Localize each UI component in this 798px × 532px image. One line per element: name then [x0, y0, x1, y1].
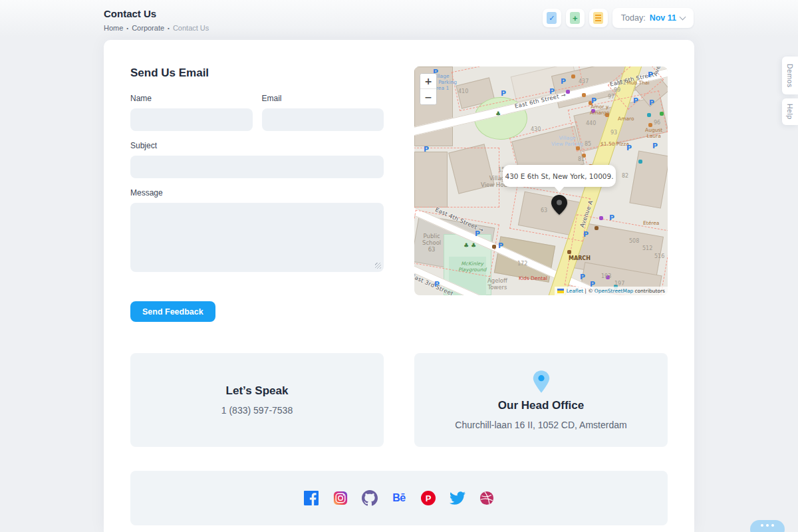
openstreetmap-link[interactable]: OpenStreetMap [595, 288, 634, 294]
today-label: Today: [621, 13, 646, 23]
office-title: Our Head Office [498, 399, 584, 412]
dribbble-icon[interactable] [479, 490, 495, 506]
map-label: 437 [579, 78, 589, 85]
map-building [629, 150, 668, 208]
map-label: 96 [654, 120, 660, 126]
map-label: Hub Thai [627, 80, 650, 86]
map-label: ♣ [495, 110, 501, 118]
date-selector[interactable]: Today: Nov 11 [612, 8, 694, 28]
map-label: 85 [585, 141, 591, 148]
social-links-card: Bē P [130, 471, 668, 525]
content-card: Send Us Email Name Email Subject Message [104, 40, 694, 532]
page-header: Contact Us Home • Corporate • Contact Us [104, 8, 209, 32]
map-label: P [648, 70, 653, 79]
map-pin-icon[interactable] [551, 195, 567, 215]
github-icon[interactable] [362, 490, 378, 506]
poi-dot-icon [595, 226, 598, 230]
instagram-icon[interactable] [332, 490, 348, 506]
notes-document-button[interactable] [589, 9, 608, 27]
poi-dot-icon [567, 250, 571, 254]
office-address: Churchill-laan 16 II, 1052 CD, Amsterdam [455, 420, 626, 430]
poi-dot-icon [660, 112, 664, 116]
map-attribution: Leaflet | © OpenStreetMap contributors [555, 287, 668, 295]
map-label: McKinley Playground [458, 261, 486, 273]
map-label: 430 [531, 126, 541, 133]
map-label: Amaro [618, 116, 634, 122]
name-input[interactable] [130, 108, 253, 131]
map-label: 81 [578, 156, 585, 163]
map-label: 508 [629, 238, 639, 245]
subject-input[interactable] [130, 156, 384, 178]
map-label: 516 [654, 253, 664, 260]
zoom-out-button[interactable]: − [420, 89, 436, 104]
facebook-icon[interactable] [303, 490, 319, 506]
poi-dot-icon [492, 245, 496, 249]
form-heading: Send Us Email [130, 66, 384, 80]
leaflet-link[interactable]: Leaflet [567, 288, 584, 294]
demos-side-tab[interactable]: Demos [782, 57, 798, 94]
send-feedback-button[interactable]: Send Feedback [130, 301, 215, 322]
page-title: Contact Us [104, 8, 209, 19]
map-label: P [475, 229, 480, 238]
map-address-text: 430 E 6th St, New York, 10009. [505, 172, 613, 180]
map-label: Etérea [643, 220, 659, 226]
document-plus-icon: + [570, 12, 580, 24]
map-label: P [424, 145, 429, 154]
tooltip-arrow [554, 186, 565, 198]
map-label: P [609, 213, 614, 222]
tasks-document-button[interactable]: ✓ [543, 9, 561, 27]
resize-handle[interactable] [375, 263, 381, 269]
poi-dot-icon [647, 113, 651, 117]
phone-number: 1 (833) 597-7538 [221, 405, 293, 416]
map-label: P [561, 77, 566, 86]
map-address-tooltip: 430 E 6th St, New York, 10009. [503, 165, 616, 187]
twitter-icon[interactable] [450, 490, 466, 506]
poi-dot-icon [582, 93, 586, 97]
add-document-button[interactable]: + [566, 9, 585, 27]
map-label: Village View Parking [551, 135, 583, 147]
map-label: Public School 63 [422, 233, 441, 253]
map-label: P [649, 98, 654, 107]
map-label: 193 [601, 273, 611, 280]
poi-dot-icon [571, 74, 575, 78]
zoom-in-button[interactable]: + [420, 74, 436, 89]
location-map[interactable]: East 6th Street →East 6th StreetEast 4th… [414, 66, 668, 295]
chat-button[interactable] [750, 520, 785, 532]
breadcrumb-corporate[interactable]: Corporate [132, 24, 164, 32]
message-textarea[interactable] [130, 203, 384, 272]
location-pin-icon [533, 370, 550, 393]
map-label: 512 [642, 245, 652, 252]
map-label: 99 [614, 87, 620, 94]
chevron-down-icon [680, 13, 686, 20]
subject-label: Subject [130, 141, 384, 150]
map-label: P [549, 87, 555, 96]
ukraine-flag-icon [557, 289, 564, 293]
name-label: Name [130, 94, 253, 103]
map-label: 82 [622, 173, 628, 180]
map-label: MARCH [569, 255, 591, 262]
pinterest-icon[interactable]: P [420, 490, 436, 506]
breadcrumb: Home • Corporate • Contact Us [104, 24, 209, 32]
map-label: 93 [610, 130, 617, 136]
today-value: Nov 11 [650, 13, 676, 23]
map-label: ♣ ♣ [464, 242, 476, 249]
map-label: P [501, 89, 506, 98]
map-label: 410 [458, 88, 468, 95]
head-office-card: Our Head Office Churchill-laan 16 II, 10… [414, 353, 668, 447]
speak-title: Let’s Speak [226, 384, 289, 398]
map-label: August Laura [645, 127, 662, 139]
breadcrumb-home[interactable]: Home [104, 24, 123, 32]
map-label: P [652, 142, 658, 150]
email-input[interactable] [262, 108, 384, 131]
poi-dot-icon [566, 90, 570, 94]
poi-dot-icon [638, 160, 642, 164]
help-side-tab[interactable]: Help [782, 98, 798, 125]
map-label: P [626, 144, 632, 152]
map-label: Amor y Amargo [590, 104, 609, 116]
map-label: 101 [616, 80, 626, 86]
document-check-icon: ✓ [547, 12, 557, 24]
message-label: Message [130, 188, 384, 198]
top-bar: Contact Us Home • Corporate • Contact Us… [0, 0, 798, 32]
map-label: P [498, 241, 503, 250]
behance-icon[interactable]: Bē [391, 490, 407, 506]
